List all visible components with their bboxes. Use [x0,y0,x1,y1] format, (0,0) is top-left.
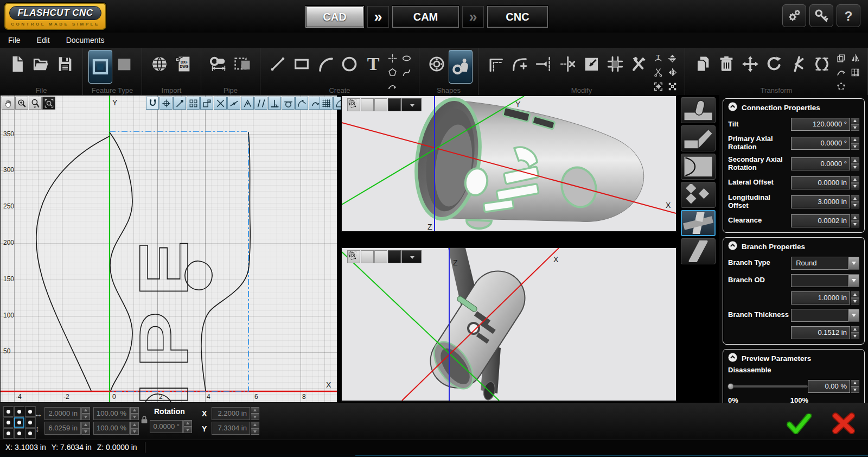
view-cube-button[interactable] [401,98,422,111]
circle-button[interactable] [337,50,361,78]
help-button[interactable]: ? [837,4,860,27]
rectangle-button[interactable] [290,50,314,78]
new-document-button[interactable] [5,50,29,78]
spin-down-icon[interactable] [130,428,139,435]
width-scale-spinner[interactable]: 100.00 % [93,407,139,420]
spin-up-icon[interactable] [130,422,139,428]
y-position-spinner[interactable]: 7.3304 in [212,422,259,435]
mode-button-cnc[interactable]: CNC [487,6,548,28]
3d-viewport-top[interactable]: Y X Z [341,95,677,232]
conn-cope-button[interactable] [681,154,716,180]
snap-arc-button[interactable] [295,97,308,110]
point-button[interactable] [385,51,399,65]
anchor-cell[interactable] [25,417,35,428]
primary-axial-rotation-spinner[interactable]: 0.0000 ° [791,137,859,150]
zoom-in-button[interactable] [15,97,28,110]
anchor-cell[interactable] [3,428,14,439]
rotate-button[interactable] [762,50,786,78]
scale-button[interactable] [579,50,603,78]
slider-thumb[interactable] [727,383,734,390]
spin-up-icon[interactable] [851,176,859,183]
flip-h-button[interactable] [665,65,679,79]
text-button[interactable]: T [361,50,385,78]
zoom-in-button[interactable] [361,98,374,111]
arc-button[interactable] [314,50,337,78]
branch-od-select[interactable] [791,274,859,287]
snap-end-button[interactable] [173,97,186,110]
lateral-offset-spinner[interactable]: 0.0000 in [791,176,859,189]
stretch-button[interactable] [810,50,834,78]
anchor-cell[interactable] [14,428,24,439]
conn-slant-button[interactable] [681,238,716,264]
snap-int-button[interactable] [214,97,227,110]
x-position-spinner[interactable]: 2.2000 in [212,407,259,420]
spin-down-icon[interactable] [130,414,139,420]
spin-up-icon[interactable] [851,137,859,143]
lock-aspect-icon[interactable] [140,415,149,424]
chevron-down-icon[interactable] [848,309,859,322]
spin-up-icon[interactable] [851,291,859,298]
snap-quad-button[interactable] [200,97,213,110]
delete-button[interactable] [714,50,738,78]
spin-down-icon[interactable] [851,333,859,339]
mirror-button[interactable] [848,51,862,65]
spin-down-icon[interactable] [183,427,192,433]
cancel-button[interactable] [831,412,856,434]
line-button[interactable] [266,50,290,78]
text-arc-button[interactable]: T [651,51,665,65]
spin-down-icon[interactable] [851,221,859,227]
snap-mid-button[interactable] [241,97,254,110]
grid-toggle-button[interactable] [320,97,333,110]
spin-up-icon[interactable] [251,422,259,428]
spin-down-icon[interactable] [851,124,859,131]
branch-thickness-select[interactable] [791,309,859,322]
spin-up-icon[interactable] [81,407,90,414]
mode-button-cad[interactable]: CAD [305,6,364,28]
branch-type-select[interactable]: Round [791,257,859,270]
snap-perp-button[interactable] [268,97,281,110]
anchor-cell[interactable] [3,407,14,417]
open-file-button[interactable] [29,50,53,78]
polygon-button[interactable] [385,65,399,79]
spin-down-icon[interactable] [251,414,259,420]
spin-down-icon[interactable] [251,428,259,435]
spin-down-icon[interactable] [851,298,859,304]
spin-up-icon[interactable] [851,118,859,124]
spin-down-icon[interactable] [81,428,90,435]
menu-item-documents[interactable]: Documents [58,33,113,48]
cut-button[interactable] [651,65,665,79]
import-dxf-button[interactable]: DXFDWG [171,50,195,78]
zoom-window-button[interactable] [374,98,387,111]
conn-diamond-button[interactable] [681,182,716,208]
menu-item-file[interactable]: File [0,33,29,48]
mode-button-cam[interactable]: CAM [392,6,459,28]
ellipse-button[interactable] [399,51,413,65]
anchor-cell[interactable] [25,428,35,439]
zoom-extents-button[interactable] [388,250,401,263]
disassemble-slider[interactable] [728,385,808,388]
view-cube-button[interactable] [401,250,422,263]
branch-od-spinner[interactable]: 1.0000 in [791,291,859,304]
shape-tool-button[interactable] [449,50,473,84]
zoom-window-button[interactable] [29,97,42,110]
spin-up-icon[interactable] [81,422,90,428]
feature-blank-button[interactable] [112,50,136,78]
menu-item-edit[interactable]: Edit [29,33,58,48]
spin-up-icon[interactable] [851,157,859,164]
snap-tan-button[interactable] [282,97,295,110]
chevron-down-icon[interactable] [848,274,859,287]
3d-viewport-bottom[interactable]: Z X [341,247,677,402]
anchor-cell[interactable] [3,417,14,428]
anchor-cell[interactable] [14,417,24,428]
longitudinal-offset-spinner[interactable]: 3.0000 in [791,195,859,208]
flip-v-button[interactable] [665,51,679,65]
spin-up-icon[interactable] [183,420,192,427]
feature-2d-button[interactable] [88,50,112,84]
confirm-button[interactable] [787,414,812,434]
swoosh-button[interactable] [834,65,848,79]
spin-down-icon[interactable] [851,202,859,208]
width-spinner[interactable]: 2.0000 in [44,407,90,420]
disassemble-spinner[interactable]: 0.00 % [808,380,859,393]
trim-button[interactable] [556,50,579,78]
collapse-icon[interactable] [728,102,737,113]
